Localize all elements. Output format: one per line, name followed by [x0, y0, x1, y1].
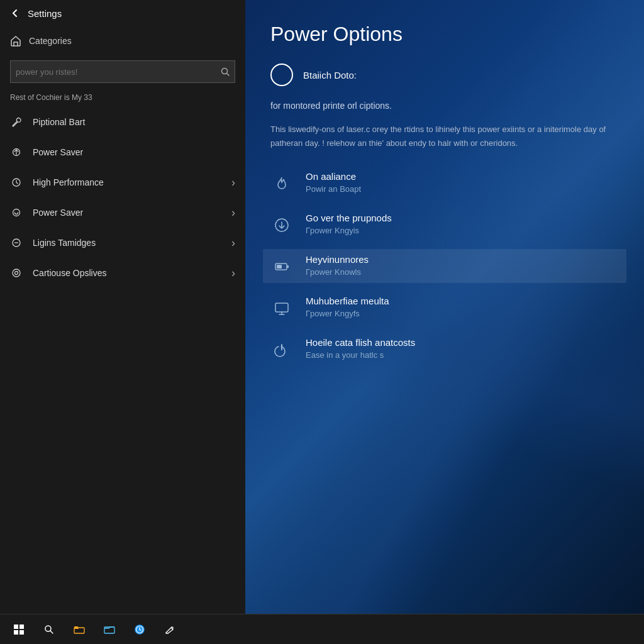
search-box[interactable] — [10, 60, 235, 83]
description-bold: for montored printe orl ciptions. — [270, 99, 619, 113]
wrench-icon — [10, 116, 23, 128]
option-subtitle: Ease in a your hatlc s — [306, 350, 415, 360]
svg-line-1 — [227, 74, 230, 76]
search-icon — [221, 67, 230, 76]
arrow-down-icon — [270, 214, 293, 236]
home-icon — [10, 35, 21, 47]
pen-icon — [165, 625, 175, 635]
nav-label: High Performance — [33, 177, 104, 187]
nav-items: Piptional Bart Power Saver — [0, 107, 245, 288]
nav-label: Power Saver — [33, 208, 83, 218]
taskbar — [0, 614, 644, 644]
svg-point-7 — [13, 269, 20, 277]
option-text: Hoeile cata flish anatcosts Ease in a yo… — [306, 337, 415, 360]
start-button[interactable] — [5, 616, 33, 643]
sidebar: Settings Categories Rest of Cochier is M… — [0, 0, 245, 614]
option-subtitle: Гpower Knowls — [306, 267, 369, 277]
svg-line-15 — [50, 631, 53, 633]
svg-rect-11 — [287, 265, 289, 268]
pen-taskbar-button[interactable] — [156, 616, 184, 643]
monitor-icon — [270, 297, 293, 319]
option-on-aaliance[interactable]: On aaliance Powir an Boapt — [270, 171, 619, 195]
svg-rect-12 — [277, 265, 282, 269]
option-title: Hoeile cata flish anatcosts — [306, 337, 415, 348]
radio-label: Btaiich Doto: — [303, 70, 357, 80]
battery-icon — [270, 255, 293, 278]
option-text: Go ver the prupnods Гpower Kngyis — [306, 213, 392, 235]
folder-icon — [104, 625, 115, 635]
flame-icon — [270, 172, 293, 195]
sidebar-item-high-performance[interactable]: High Performance — [0, 167, 245, 197]
sidebar-item-ligins-tamidges[interactable]: Ligins Tamidges — [0, 228, 245, 258]
sidebar-item-cartiouse-opslives[interactable]: Cartiouse Opslives — [0, 258, 245, 288]
clock-taskbar-icon — [135, 625, 145, 635]
nav-label: Ligins Tamidges — [33, 238, 96, 248]
options-list: On aaliance Powir an Boapt Go ver the pr… — [270, 171, 619, 361]
svg-point-4 — [13, 209, 20, 216]
leaf-icon — [10, 146, 23, 158]
files-icon — [74, 625, 85, 635]
radio-button[interactable] — [270, 64, 293, 86]
option-text: Muhuberfiae meulta Гpower Kngyfs — [306, 296, 389, 318]
search-taskbar-icon — [44, 625, 54, 635]
sidebar-item-power-saver-2[interactable]: Power Saver — [0, 197, 245, 228]
files-taskbar-button[interactable] — [65, 616, 93, 643]
folder-taskbar-button[interactable] — [96, 616, 123, 643]
sidebar-home[interactable]: Categories — [0, 26, 245, 55]
sync-icon — [10, 206, 23, 219]
option-muhuberfiae[interactable]: Muhuberfiae meulta Гpower Kngyfs — [270, 296, 619, 319]
option-title: Heyvinunnores — [306, 254, 369, 265]
option-title: Go ver the prupnods — [306, 213, 392, 223]
search-input[interactable] — [16, 67, 221, 77]
nav-label: Cartiouse Opslives — [33, 268, 107, 278]
option-text: On aaliance Powir an Boapt — [306, 171, 361, 194]
option-subtitle: Гpower Kngyfs — [306, 309, 389, 318]
sidebar-header: Settings — [0, 0, 245, 26]
page-title: Power Options — [270, 23, 619, 46]
search-taskbar-button[interactable] — [35, 616, 63, 643]
sidebar-item-power-saver-1[interactable]: Power Saver — [0, 137, 245, 167]
clock-taskbar-button[interactable] — [126, 616, 153, 643]
power-icon — [270, 338, 293, 361]
minus-circle-icon — [10, 236, 23, 249]
option-text: Heyvinunnores Гpower Knowls — [306, 254, 369, 277]
home-label: Categories — [29, 36, 72, 46]
option-subtitle: Гpower Kngyis — [306, 226, 392, 235]
svg-rect-13 — [275, 303, 288, 312]
windows-logo — [14, 625, 24, 635]
nav-label: Power Saver — [33, 147, 83, 157]
svg-rect-18 — [74, 626, 78, 628]
option-heyvinunnores[interactable]: Heyvinunnores Гpower Knowls — [263, 249, 626, 283]
content-area: Power Options Btaiich Doto: for montored… — [245, 0, 644, 614]
description-main: This liswedify-ons of laser.c orey the r… — [270, 123, 619, 150]
svg-point-8 — [15, 272, 18, 275]
back-button[interactable] — [10, 8, 20, 18]
nav-label: Piptional Bart — [33, 117, 85, 127]
option-go-ver[interactable]: Go ver the prupnods Гpower Kngyis — [270, 213, 619, 236]
option-hoeile[interactable]: Hoeile cata flish anatcosts Ease in a yo… — [270, 337, 619, 361]
radio-section[interactable]: Btaiich Doto: — [270, 64, 619, 86]
circle-icon — [10, 267, 23, 279]
clock-icon — [10, 176, 23, 189]
sidebar-item-optional-bart[interactable]: Piptional Bart — [0, 107, 245, 137]
option-title: On aaliance — [306, 171, 361, 182]
result-count: Rest of Cochier is My 33 — [0, 88, 245, 107]
search-submit-button[interactable] — [221, 67, 230, 76]
option-title: Muhuberfiae meulta — [306, 296, 389, 306]
sidebar-title: Settings — [28, 8, 62, 19]
option-subtitle: Powir an Boapt — [306, 184, 361, 194]
